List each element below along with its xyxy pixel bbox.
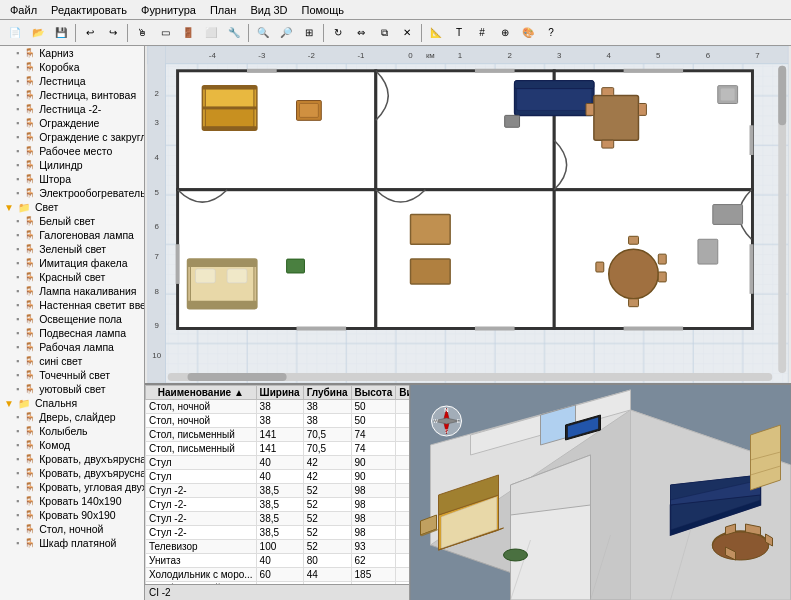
rotate-btn[interactable]: ↻ [327,22,349,44]
left-panel[interactable]: ▪🪑Карниз▪🪑Коробка▪🪑Лестница▪🪑Лестница, в… [0,46,145,600]
col-width[interactable]: Ширина [256,386,303,400]
tree-item-10[interactable]: ▪🪑Электрообогреватель [0,186,144,200]
tree-item-19[interactable]: ▪🪑Освещение пола [0,312,144,326]
open-btn[interactable]: 📂 [27,22,49,44]
tree-item-30[interactable]: ▪🪑Кровать, двухъярусная 140x190 [0,466,144,480]
table-cell-0: Стул -2- [146,498,257,512]
menu-view3d[interactable]: Вид 3D [244,2,293,18]
text-btn[interactable]: T [448,22,470,44]
tree-item-7[interactable]: ▪🪑Рабочее место [0,144,144,158]
tree-item-12[interactable]: ▪🪑Белый свет [0,214,144,228]
view3d-area[interactable]: N S W E [410,385,791,600]
table-row[interactable]: Стул404290✓ [146,456,411,470]
table-row[interactable]: Стул -2-38,55298✓ [146,484,411,498]
tree-item-15[interactable]: ▪🪑Имитация факела [0,256,144,270]
tree-item-13[interactable]: ▪🪑Галогеновая лампа [0,228,144,242]
tree-item-9[interactable]: ▪🪑Штора [0,172,144,186]
zoom-out-btn[interactable]: 🔎 [275,22,297,44]
tree-item-14[interactable]: ▪🪑Зеленый свет [0,242,144,256]
help-btn[interactable]: ? [540,22,562,44]
zoom-in-btn[interactable]: 🔍 [252,22,274,44]
wall-btn[interactable]: ▭ [154,22,176,44]
select-btn[interactable]: 🖱 [131,22,153,44]
table-row[interactable]: Холодильник с моро...6044185✓ [146,568,411,582]
svg-rect-48 [202,126,257,130]
tree-item-5[interactable]: ▪🪑Ограждение [0,116,144,130]
table-cell-1: 38,5 [256,512,303,526]
svg-text:4: 4 [607,51,612,60]
menu-help[interactable]: Помощь [295,2,350,18]
tree-item-17[interactable]: ▪🪑Лампа накаливания [0,284,144,298]
tree-item-32[interactable]: ▪🪑Кровать 140x190 [0,494,144,508]
menu-furniture[interactable]: Фурнитура [135,2,202,18]
menu-edit[interactable]: Редактировать [45,2,133,18]
mirror-btn[interactable]: ⇔ [350,22,372,44]
svg-marker-111 [751,425,781,490]
tree-item-16[interactable]: ▪🪑Красный свет [0,270,144,284]
table-row[interactable]: Стол, письменный14170,574✓ [146,442,411,456]
col-name[interactable]: Наименование ▲ [146,386,257,400]
tree-item-11[interactable]: ▼📁Свет [0,200,144,214]
table-cell-2: 52 [303,526,351,540]
menu-file[interactable]: Файл [4,2,43,18]
tree-item-25[interactable]: ▼📁Спальня [0,396,144,410]
col-visibility[interactable]: Видимость [396,386,410,400]
tree-item-35[interactable]: ▪🪑Шкаф платяной [0,536,144,550]
table-cell-3: 62 [351,554,396,568]
tree-item-31[interactable]: ▪🪑Кровать, угловая двухъярусная [0,480,144,494]
tree-item-33[interactable]: ▪🪑Кровать 90x190 [0,508,144,522]
tree-item-6[interactable]: ▪🪑Ограждение с закруглённой кромкой [0,130,144,144]
new-btn[interactable]: 📄 [4,22,26,44]
measure-btn[interactable]: 📐 [425,22,447,44]
tree-item-27[interactable]: ▪🪑Колыбель [0,424,144,438]
door-btn[interactable]: 🚪 [177,22,199,44]
tree-item-20[interactable]: ▪🪑Подвесная лампа [0,326,144,340]
tree-item-22[interactable]: ▪🪑синi свет [0,354,144,368]
window-btn[interactable]: ⬜ [200,22,222,44]
tree-item-8[interactable]: ▪🪑Цилиндр [0,158,144,172]
table-row[interactable]: Стол, ночной383850✓ [146,414,411,428]
table-row[interactable]: Телевизор1005293✓ [146,540,411,554]
tree-item-0[interactable]: ▪🪑Карниз [0,46,144,60]
undo-btn[interactable]: ↩ [79,22,101,44]
table-row[interactable]: Стул -2-38,55298✓ [146,498,411,512]
tree-item-24[interactable]: ▪🪑уютовый свет [0,382,144,396]
table-row[interactable]: Стул404290✓ [146,470,411,484]
table-cell-2: 42 [303,456,351,470]
floor-plan-area[interactable]: -4 -3 -2 -1 0 км 1 2 3 4 5 6 7 2 [145,46,791,385]
tree-item-2[interactable]: ▪🪑Лестница [0,74,144,88]
tree-item-3[interactable]: ▪🪑Лестница, винтовая [0,88,144,102]
save-btn[interactable]: 💾 [50,22,72,44]
tree-item-23[interactable]: ▪🪑Точечный свет [0,368,144,382]
tree-item-4[interactable]: ▪🪑Лестница -2- [0,102,144,116]
tree-item-18[interactable]: ▪🪑Настенная светит вверх [0,298,144,312]
stairs-btn[interactable]: 🔧 [223,22,245,44]
table-cell-2: 38 [303,400,351,414]
tree-item-28[interactable]: ▪🪑Комод [0,438,144,452]
render-btn[interactable]: 🎨 [517,22,539,44]
menu-plan[interactable]: План [204,2,243,18]
copy-btn[interactable]: ⧉ [373,22,395,44]
table-row[interactable]: Стул -2-38,55298✓ [146,526,411,540]
svg-text:-2: -2 [308,51,315,60]
tree-item-26[interactable]: ▪🪑Дверь, слайдер [0,410,144,424]
table-cell-0: Холодильник с моро... [146,568,257,582]
tree-item-29[interactable]: ▪🪑Кровать, двухъярусная [0,452,144,466]
grid-btn[interactable]: # [471,22,493,44]
table-row[interactable]: Унитаз408062✓ [146,554,411,568]
tree-item-34[interactable]: ▪🪑Стол, ночной [0,522,144,536]
delete-btn[interactable]: ✕ [396,22,418,44]
table-row[interactable]: Стол, ночной383850✓ [146,400,411,414]
tree-item-21[interactable]: ▪🪑Рабочая лампа [0,340,144,354]
tree-item-1[interactable]: ▪🪑Коробка [0,60,144,74]
fit-btn[interactable]: ⊞ [298,22,320,44]
table-cell-1: 38,5 [256,498,303,512]
redo-btn[interactable]: ↪ [102,22,124,44]
table-row[interactable]: Стул -2-38,55298✓ [146,512,411,526]
table-row[interactable]: Стол, письменный14170,574✓ [146,428,411,442]
col-height[interactable]: Высота [351,386,396,400]
svg-rect-47 [202,106,257,109]
col-depth[interactable]: Глубина [303,386,351,400]
data-table-area[interactable]: Наименование ▲ Ширина Глубина Высота Вид… [145,385,410,600]
snap-btn[interactable]: ⊕ [494,22,516,44]
